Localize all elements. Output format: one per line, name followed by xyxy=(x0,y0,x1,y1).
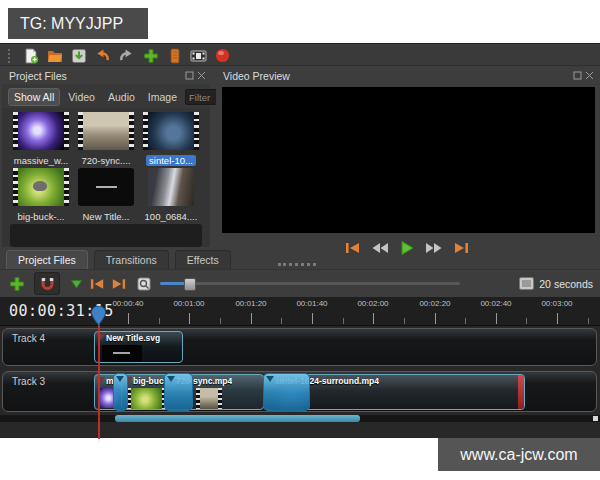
clip-label: New Title.svg xyxy=(106,333,160,343)
zoom-slider[interactable] xyxy=(160,277,460,290)
timeline-scrollbar[interactable] xyxy=(0,415,600,422)
ruler-label: 00:02:00 xyxy=(348,299,398,308)
file-label-selected: sintel-10... xyxy=(146,155,196,166)
file-row-partial[interactable] xyxy=(10,224,202,247)
file-label: 720-sync.... xyxy=(78,155,133,166)
ruler-label: 00:02:20 xyxy=(410,299,460,308)
project-files-title: Project Files xyxy=(9,70,67,82)
file-item-massive[interactable]: massive_w... xyxy=(10,112,72,168)
snapping-toggle[interactable] xyxy=(34,272,60,295)
track-name: Track 3 xyxy=(12,376,45,387)
file-filter-bar: Show All Video Audio Image xyxy=(2,86,210,108)
file-item-big-buck[interactable]: big-buck-... xyxy=(10,168,72,224)
transition-3[interactable] xyxy=(263,373,310,411)
preview-screen[interactable] xyxy=(222,87,595,233)
ruler-label: 00:03:00 xyxy=(532,299,582,308)
zoom-icon xyxy=(135,275,152,292)
fast-forward-button[interactable] xyxy=(424,240,444,256)
track-row-4[interactable]: Track 4 New Title.svg xyxy=(2,328,597,366)
clip-new-title[interactable]: New Title.svg xyxy=(94,331,183,363)
resize-grip[interactable] xyxy=(593,416,598,421)
timeline-scale: 20 seconds xyxy=(519,277,600,290)
watermark-top: TG: MYYJJPP xyxy=(8,8,148,39)
previous-marker-icon[interactable] xyxy=(89,275,106,292)
zoom-slider-fill xyxy=(160,282,186,285)
file-label: massive_w... xyxy=(11,155,71,166)
scrollbar-thumb[interactable] xyxy=(115,415,360,422)
undo-icon[interactable] xyxy=(94,47,111,64)
file-thumbnail-720-sync xyxy=(78,112,134,150)
watermark-top-text: TG: MYYJJPP xyxy=(20,15,123,33)
clip-trim-edge[interactable] xyxy=(518,375,524,409)
playhead-marker[interactable] xyxy=(91,306,106,326)
file-thumbnail-new-title xyxy=(78,168,134,206)
tab-project-files[interactable]: Project Files xyxy=(6,250,88,269)
export-video-icon[interactable] xyxy=(190,47,207,64)
save-project-icon[interactable] xyxy=(70,47,87,64)
scale-icon xyxy=(519,277,534,290)
transition-chevron-icon[interactable] xyxy=(116,376,124,382)
import-files-icon[interactable] xyxy=(142,47,159,64)
add-marker-icon[interactable] xyxy=(68,275,85,292)
ruler-label: 00:01:00 xyxy=(164,299,214,308)
close-panel-icon[interactable] xyxy=(585,71,594,80)
transition-1[interactable] xyxy=(113,373,128,411)
project-files-grid: massive_w... 720-sync.... sintel-10... xyxy=(2,108,210,247)
file-thumbnail-big-buck xyxy=(13,168,69,206)
file-thumbnail-massive xyxy=(13,112,69,150)
dock-tab-bar: Project Files Transitions Effects xyxy=(2,247,402,269)
ruler-label: 00:01:20 xyxy=(226,299,276,308)
filter-tab-show-all[interactable]: Show All xyxy=(8,88,60,106)
file-thumbnail-100-0684 xyxy=(148,168,194,206)
video-preview-title: Video Preview xyxy=(223,70,290,82)
clip-big-buck[interactable]: big-buck- xyxy=(121,374,169,410)
file-label: 100_0684.... xyxy=(142,211,201,222)
tab-effects[interactable]: Effects xyxy=(175,250,231,269)
file-item-new-title[interactable]: New Title... xyxy=(75,168,137,224)
file-item-100-0684[interactable]: 100_0684.... xyxy=(140,168,202,224)
jump-to-end-button[interactable] xyxy=(451,240,471,256)
video-preview-panel: Video Preview xyxy=(216,67,598,247)
timeline-toolbar: 20 seconds xyxy=(0,269,600,297)
float-panel-icon[interactable] xyxy=(573,71,582,80)
new-project-icon[interactable] xyxy=(22,47,39,64)
ruler-label: 00:01:40 xyxy=(287,299,337,308)
add-track-icon[interactable] xyxy=(8,275,25,292)
track-name: Track 4 xyxy=(12,333,45,344)
file-thumbnail-sintel xyxy=(143,112,199,150)
next-marker-icon[interactable] xyxy=(110,275,127,292)
redo-icon[interactable] xyxy=(118,47,135,64)
record-icon[interactable] xyxy=(214,47,231,64)
transition-chevron-icon[interactable] xyxy=(167,376,175,382)
file-label: big-buck-... xyxy=(15,211,68,222)
playhead-line xyxy=(98,324,100,439)
timeline-ruler[interactable]: 00:00:31:15 00:00:40 00:01:00 00:01:20 0… xyxy=(0,297,600,326)
filter-tab-image[interactable]: Image xyxy=(143,89,182,105)
clip-thumb-720-sync xyxy=(196,388,222,409)
zoom-slider-handle[interactable] xyxy=(184,278,196,291)
close-panel-icon[interactable] xyxy=(197,71,206,80)
project-files-panel: Project Files Show All Video Audio Image xyxy=(2,67,210,247)
file-item-sintel[interactable]: sintel-10... xyxy=(140,112,202,168)
watermark-bottom-text: www.ca-jcw.com xyxy=(460,446,577,464)
file-label: New Title... xyxy=(80,211,133,222)
ruler-label: 00:02:40 xyxy=(471,299,521,308)
filter-tab-video[interactable]: Video xyxy=(63,89,100,105)
main-toolbar xyxy=(0,46,600,66)
choose-profile-icon[interactable] xyxy=(166,47,183,64)
track-row-3[interactable]: Track 3 m big-buck- 720-sync.mp4 xyxy=(2,371,597,412)
zoom-slider-track[interactable] xyxy=(160,282,460,285)
clip-thumb-new-title xyxy=(102,345,142,362)
toolbar-drag-handle[interactable] xyxy=(8,49,13,63)
transition-2[interactable] xyxy=(164,373,193,411)
file-item-720-sync[interactable]: 720-sync.... xyxy=(75,112,137,168)
float-panel-icon[interactable] xyxy=(185,71,194,80)
video-preview-titlebar: Video Preview xyxy=(216,67,598,84)
open-project-icon[interactable] xyxy=(46,47,63,64)
scale-label: 20 seconds xyxy=(539,278,593,290)
transition-chevron-icon[interactable] xyxy=(266,376,274,382)
filter-tab-audio[interactable]: Audio xyxy=(103,89,140,105)
ruler-label: 00:00:40 xyxy=(103,299,153,308)
tab-transitions[interactable]: Transitions xyxy=(94,250,169,269)
clip-thumb-big-buck xyxy=(127,388,166,409)
